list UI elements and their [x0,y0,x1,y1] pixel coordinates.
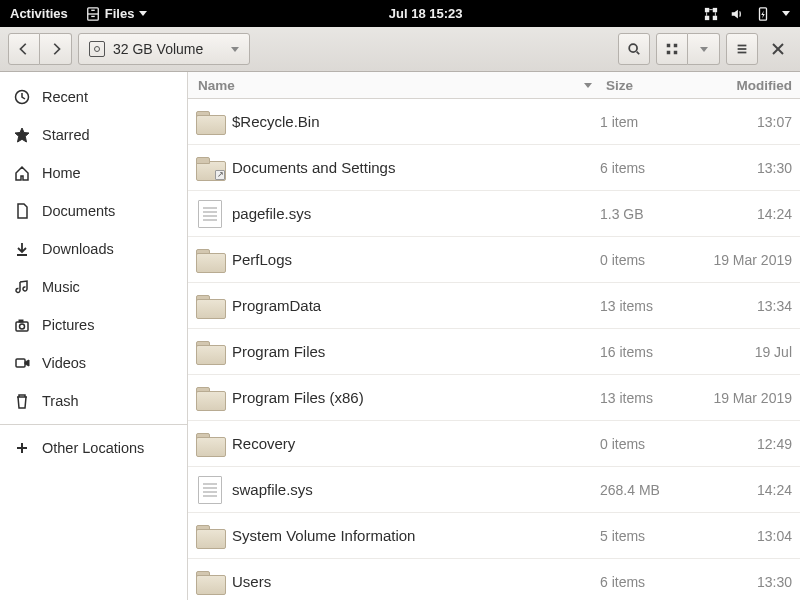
svg-rect-17 [674,51,678,55]
location-label: 32 GB Volume [113,41,203,57]
folder-icon [196,433,224,455]
folder-icon [196,387,224,409]
sidebar-item-pictures[interactable]: Pictures [0,306,187,344]
doc-icon [14,203,30,219]
svg-rect-6 [705,15,709,19]
file-row[interactable]: Program Files16 items19 Jul [188,329,800,375]
activities-button[interactable]: Activities [10,6,68,21]
sidebar-item-downloads[interactable]: Downloads [0,230,187,268]
sidebar-item-recent[interactable]: Recent [0,78,187,116]
star-icon [14,127,30,143]
sidebar-item-label: Music [42,279,80,295]
sidebar-item-home[interactable]: Home [0,154,187,192]
text-file-icon [198,200,222,228]
sidebar-item-trash[interactable]: Trash [0,382,187,420]
chevron-down-icon [782,11,790,16]
file-size: 0 items [600,252,700,268]
file-size: 1.3 GB [600,206,700,222]
sidebar-item-label: Videos [42,355,86,371]
file-size: 6 items [600,574,700,590]
search-button[interactable] [618,33,650,65]
svg-line-13 [637,52,640,55]
file-row[interactable]: System Volume Information5 items13:04 [188,513,800,559]
folder-icon [196,295,224,317]
file-row[interactable]: $Recycle.Bin1 item13:07 [188,99,800,145]
sidebar-item-music[interactable]: Music [0,268,187,306]
svg-rect-5 [713,15,717,19]
svg-rect-14 [667,44,671,48]
sidebar-item-label: Downloads [42,241,114,257]
svg-rect-26 [19,320,23,322]
file-name: Program Files [232,343,600,360]
file-modified: 13:04 [700,528,800,544]
file-name: swapfile.sys [232,481,600,498]
svg-point-12 [629,44,637,52]
file-size: 13 items [600,298,700,314]
svg-rect-2 [91,9,95,10]
system-status-area[interactable] [704,7,790,21]
places-sidebar: RecentStarredHomeDocumentsDownloadsMusic… [0,72,188,600]
close-button[interactable] [764,43,792,55]
file-row[interactable]: Program Files (x86)13 items19 Mar 2019 [188,375,800,421]
file-name: Users [232,573,600,590]
back-button[interactable] [8,33,40,65]
file-modified: 14:24 [700,482,800,498]
sidebar-item-documents[interactable]: Documents [0,192,187,230]
sidebar-item-label: Pictures [42,317,94,333]
column-name[interactable]: Name [188,78,600,93]
clock[interactable]: Jul 18 15:23 [147,6,704,21]
file-size: 5 items [600,528,700,544]
file-modified: 19 Jul [700,344,800,360]
file-row[interactable]: Recovery0 items12:49 [188,421,800,467]
volume-icon [730,7,744,21]
view-options-button[interactable] [688,33,720,65]
file-row[interactable]: ProgramData13 items13:34 [188,283,800,329]
file-row[interactable]: PerfLogs0 items19 Mar 2019 [188,237,800,283]
files-cabinet-icon [86,7,100,21]
home-icon [14,165,30,181]
svg-rect-16 [667,51,671,55]
sidebar-item-label: Documents [42,203,115,219]
file-size: 1 item [600,114,700,130]
header-bar: 32 GB Volume [0,27,800,72]
sidebar-item-videos[interactable]: Videos [0,344,187,382]
view-grid-button[interactable] [656,33,688,65]
download-icon [14,241,30,257]
folder-icon [196,341,224,363]
file-size: 6 items [600,160,700,176]
file-name: ProgramData [232,297,600,314]
hamburger-menu-button[interactable] [726,33,758,65]
file-row[interactable]: Users6 items13:30 [188,559,800,600]
clock-icon [14,89,30,105]
column-modified[interactable]: Modified [700,78,800,93]
view-buttons [656,33,720,65]
video-icon [14,355,30,371]
file-modified: 13:30 [700,574,800,590]
path-bar[interactable]: 32 GB Volume [78,33,250,65]
sidebar-item-other-locations[interactable]: Other Locations [0,429,187,467]
sidebar-item-label: Other Locations [42,440,144,456]
file-name: $Recycle.Bin [232,113,600,130]
file-modified: 13:30 [700,160,800,176]
file-row[interactable]: swapfile.sys268.4 MB14:24 [188,467,800,513]
text-file-icon [198,476,222,504]
plus-icon [14,440,30,456]
gnome-topbar: Activities Files Jul 18 15:23 [0,0,800,27]
file-size: 13 items [600,390,700,406]
chevron-down-icon [700,47,708,52]
sidebar-item-starred[interactable]: Starred [0,116,187,154]
chevron-down-icon [231,47,239,52]
file-modified: 19 Mar 2019 [700,252,800,268]
file-row[interactable]: pagefile.sys1.3 GB14:24 [188,191,800,237]
svg-point-25 [20,324,25,329]
app-menu-files[interactable]: Files [86,6,148,21]
file-size: 16 items [600,344,700,360]
column-size[interactable]: Size [600,78,700,93]
sidebar-item-label: Trash [42,393,79,409]
svg-rect-15 [674,44,678,48]
chevron-down-icon [139,11,147,16]
file-name: pagefile.sys [232,205,600,222]
file-row[interactable]: Documents and Settings6 items13:30 [188,145,800,191]
svg-rect-4 [705,7,709,11]
forward-button[interactable] [40,33,72,65]
